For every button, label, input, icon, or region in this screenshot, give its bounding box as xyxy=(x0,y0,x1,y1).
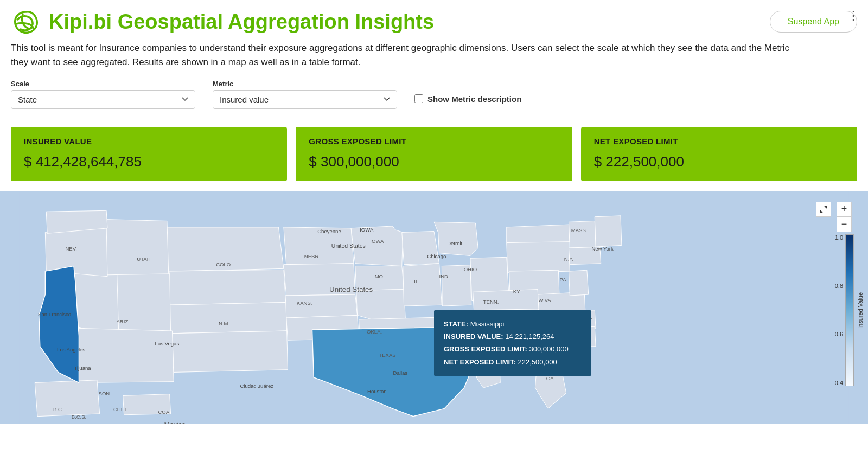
header: Kipi.bi Geospatial Aggregation Insights … xyxy=(0,0,868,41)
svg-text:Chicago: Chicago xyxy=(427,253,446,259)
legend-color-bar xyxy=(845,234,854,386)
svg-marker-41 xyxy=(569,270,588,296)
svg-text:NEBR.: NEBR. xyxy=(304,253,320,259)
svg-text:KY.: KY. xyxy=(513,289,521,294)
map-legend: 1.0 0.8 0.6 0.4 Insured Value xyxy=(835,234,864,386)
legend-label-2: 0.8 xyxy=(835,283,843,289)
tooltip-state-value: Mississippi xyxy=(470,320,505,328)
legend-label-3: 0.6 xyxy=(835,331,843,337)
kpi-row: INSURED VALUE $ 412,428,644,785 GROSS EX… xyxy=(0,117,868,191)
svg-text:ARIZ.: ARIZ. xyxy=(116,318,129,324)
app-title: Kipi.bi Geospatial Aggregation Insights xyxy=(49,11,434,32)
svg-text:Cheyenne: Cheyenne xyxy=(317,228,341,234)
svg-text:IOWA: IOWA xyxy=(360,226,374,232)
kpi-net-exposed-amount: $ 222,500,000 xyxy=(594,153,844,170)
tooltip-insured-label: INSURED VALUE: xyxy=(444,332,503,341)
svg-text:W.VA.: W.VA. xyxy=(539,297,553,303)
suspend-app-button[interactable]: Suspend App xyxy=(770,11,857,33)
svg-text:N.M.: N.M. xyxy=(219,321,229,326)
svg-text:Los Angeles: Los Angeles xyxy=(57,347,85,353)
svg-marker-38 xyxy=(595,216,622,247)
svg-text:Houston: Houston xyxy=(367,388,387,394)
svg-text:NEV.: NEV. xyxy=(65,246,76,252)
map-tooltip: STATE: Mississippi INSURED VALUE: 14,221… xyxy=(434,310,591,376)
svg-text:GA.: GA. xyxy=(546,375,555,381)
legend-title: Insured Value xyxy=(857,234,864,386)
svg-text:COLO.: COLO. xyxy=(216,261,232,267)
metric-control: Metric Insured value Gross Exposed Limit… xyxy=(213,80,397,109)
tooltip-net-value: 222,500,000 xyxy=(518,358,557,366)
svg-marker-16 xyxy=(507,225,570,242)
svg-marker-11 xyxy=(403,263,442,305)
svg-text:United States: United States xyxy=(329,285,373,293)
svg-marker-12 xyxy=(434,222,478,255)
kpi-card-insured-value: INSURED VALUE $ 412,428,644,785 xyxy=(11,127,287,181)
svg-text:MASS.: MASS. xyxy=(571,227,588,233)
metric-label: Metric xyxy=(213,80,397,88)
zoom-in-button[interactable]: + xyxy=(837,202,852,217)
svg-text:KANS.: KANS. xyxy=(297,300,312,306)
svg-text:TEXAS: TEXAS xyxy=(379,351,395,357)
tooltip-state-label: STATE: xyxy=(444,320,468,328)
svg-marker-5 xyxy=(284,294,358,318)
map-zoom-controls: + − xyxy=(837,202,852,232)
svg-text:N.L.: N.L. xyxy=(118,421,128,424)
svg-text:B.C.: B.C. xyxy=(53,406,63,412)
svg-text:Las Vegas: Las Vegas xyxy=(155,340,180,346)
zoom-out-button[interactable]: − xyxy=(837,217,852,232)
svg-marker-31 xyxy=(172,331,288,372)
svg-marker-34 xyxy=(105,219,169,274)
svg-text:CHIH.: CHIH. xyxy=(113,406,127,412)
show-metric-group: Show Metric description xyxy=(414,94,521,109)
description-text: This tool is meant for Insurance compani… xyxy=(0,41,814,75)
svg-marker-42 xyxy=(35,380,99,416)
svg-text:PA.: PA. xyxy=(560,277,568,283)
svg-text:United States: United States xyxy=(331,242,366,249)
svg-text:B.C.S.: B.C.S. xyxy=(72,414,87,420)
metric-select[interactable]: Insured value Gross Exposed Limit Net Ex… xyxy=(213,90,397,109)
svg-text:Tijuana: Tijuana xyxy=(74,364,92,370)
svg-text:Dallas: Dallas xyxy=(393,370,408,376)
svg-text:MO.: MO. xyxy=(375,273,385,279)
map-expand-button[interactable] xyxy=(816,202,831,217)
svg-text:N.Y.: N.Y. xyxy=(564,256,573,262)
kpi-net-exposed-title: NET EXPOSED LIMIT xyxy=(594,137,844,146)
header-left: Kipi.bi Geospatial Aggregation Insights xyxy=(11,7,434,37)
map-container[interactable]: United States United States NEV. UTAH CO… xyxy=(0,191,868,424)
svg-marker-15 xyxy=(507,240,570,272)
svg-text:Ciudad Juárez: Ciudad Juárez xyxy=(240,383,273,389)
svg-text:IND.: IND. xyxy=(439,273,450,279)
kpi-card-net-exposed: NET EXPOSED LIMIT $ 222,500,000 xyxy=(581,127,857,181)
svg-marker-37 xyxy=(75,328,174,382)
svg-text:ILL.: ILL. xyxy=(414,278,423,284)
tooltip-gross-value: 300,000,000 xyxy=(529,345,568,353)
more-options-icon[interactable]: ⋮ xyxy=(847,9,859,23)
svg-marker-30 xyxy=(170,302,287,333)
controls-row: Scale State County City ZIP Code Metric … xyxy=(0,75,868,117)
svg-marker-39 xyxy=(569,221,596,248)
kpi-insured-value-amount: $ 412,428,644,785 xyxy=(24,153,274,170)
svg-text:New York: New York xyxy=(591,246,614,252)
show-metric-label[interactable]: Show Metric description xyxy=(427,94,521,104)
svg-text:Detroit: Detroit xyxy=(447,240,462,246)
tooltip-net-label: NET EXPOSED LIMIT: xyxy=(444,358,516,366)
kpi-gross-exposed-amount: $ 300,000,000 xyxy=(309,153,559,170)
svg-marker-32 xyxy=(115,273,170,337)
us-map-svg[interactable]: United States United States NEV. UTAH CO… xyxy=(0,191,868,424)
kpi-gross-exposed-title: GROSS EXPOSED LIMIT xyxy=(309,137,559,146)
logo-icon xyxy=(11,7,41,37)
tooltip-insured-value: 14,221,125,264 xyxy=(505,332,554,341)
svg-marker-29 xyxy=(167,270,286,305)
svg-text:IOWA: IOWA xyxy=(370,238,384,244)
svg-text:SON.: SON. xyxy=(99,390,111,396)
scale-select[interactable]: State County City ZIP Code xyxy=(11,90,195,109)
svg-text:COA.: COA. xyxy=(158,409,170,415)
legend-labels: 1.0 0.8 0.6 0.4 xyxy=(835,234,843,386)
svg-marker-10 xyxy=(402,231,439,264)
svg-text:Mexico: Mexico xyxy=(164,420,186,424)
tooltip-gross-label: GROSS EXPOSED LIMIT: xyxy=(444,345,527,353)
show-metric-checkbox[interactable] xyxy=(414,94,423,103)
scale-control: Scale State County City ZIP Code xyxy=(11,80,195,109)
svg-text:San Francisco: San Francisco xyxy=(38,311,71,317)
svg-text:OKLA.: OKLA. xyxy=(367,328,382,334)
